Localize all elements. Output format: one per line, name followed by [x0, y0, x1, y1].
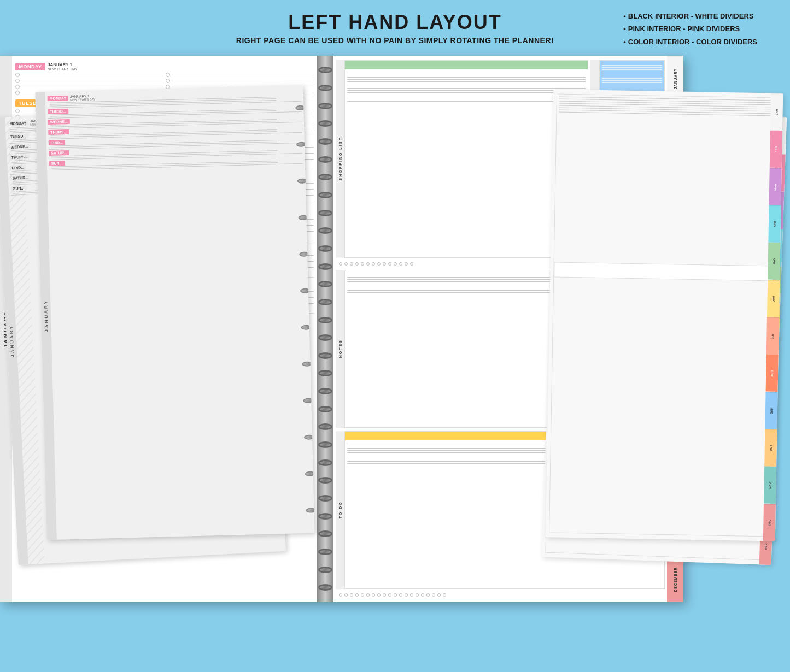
spiral-coil: [318, 406, 332, 412]
spiral-coil: [318, 495, 332, 502]
spiral-coil: [318, 513, 332, 520]
spiral-coil: [318, 67, 332, 73]
spiral-coil: [318, 192, 332, 198]
spiral-coil: [318, 441, 332, 448]
spiral-coil: [318, 120, 332, 127]
spiral-coil: [318, 388, 332, 394]
header: LEFT HAND LAYOUT RIGHT PAGE CAN BE USED …: [0, 0, 790, 50]
spiral-coil: [318, 245, 332, 252]
spiral-coil: [318, 477, 332, 484]
spiral-coil: [318, 352, 332, 359]
spiral-coil: [318, 423, 332, 430]
tab-december[interactable]: DECEMBER: [667, 557, 683, 602]
top-right-info: •BLACK INTERIOR - WHITE DIVIDERS •PINK I…: [623, 10, 757, 48]
check-circle[interactable]: [15, 109, 20, 113]
check-circle[interactable]: [166, 79, 170, 83]
check-circle[interactable]: [15, 85, 20, 89]
mid-right-lines: [546, 89, 783, 541]
dots-row-2: [336, 592, 665, 598]
spiral-coil: [318, 156, 332, 163]
shopping-list-label: SHOPPING LIST: [336, 60, 344, 258]
spiral-coil: [318, 459, 332, 466]
check-circle[interactable]: [15, 79, 20, 83]
planners-container: JANUARY MONDAY JANUARY 1NEW YEAR'S DAY T…: [0, 56, 790, 629]
bullet2: •PINK INTERIOR - PINK DIVIDERS: [623, 22, 757, 35]
bullet1: •BLACK INTERIOR - WHITE DIVIDERS: [623, 10, 757, 22]
spiral-coil: [318, 174, 332, 180]
spiral-coil: [318, 317, 332, 323]
spiral-coil: [318, 584, 332, 591]
spiral-coil: [318, 103, 332, 109]
spiral-coil: [318, 370, 332, 376]
right-page-mid: JAN FEB MAR APR MAY JUN JUL AUG SEP OCT …: [546, 89, 783, 541]
spiral-coil: [318, 567, 332, 573]
notes-label: NOTES: [336, 270, 344, 428]
spiral-coil: [318, 281, 332, 287]
monday-label: MONDAY: [15, 63, 45, 70]
bullet3: •COLOR INTERIOR - COLOR DIVIDERS: [623, 36, 757, 48]
mid-content: MONDAY JANUARY 1NEW YEAR'S DAY TUESD... …: [45, 85, 305, 175]
spiral-coil: [318, 263, 332, 270]
spiral-coil: [318, 85, 332, 91]
spiral-coil: [318, 138, 332, 145]
planner-mid: JANUARY MONDAY JANUARY 1NEW YEAR'S DAY T…: [35, 85, 314, 540]
spiral-coil: [318, 227, 332, 234]
spiral-coil: [318, 210, 332, 216]
spiral-binding: [317, 56, 333, 602]
todo-label: TO DO: [336, 431, 344, 589]
check-circle[interactable]: [15, 73, 20, 77]
spiral-coil: [318, 549, 332, 555]
check-circle[interactable]: [166, 73, 170, 77]
spiral-coil: [318, 299, 332, 305]
spiral-coil: [318, 334, 332, 341]
shopping-header-bar: [345, 61, 588, 69]
check-circle[interactable]: [15, 91, 20, 95]
spiral-coil: [318, 530, 332, 537]
